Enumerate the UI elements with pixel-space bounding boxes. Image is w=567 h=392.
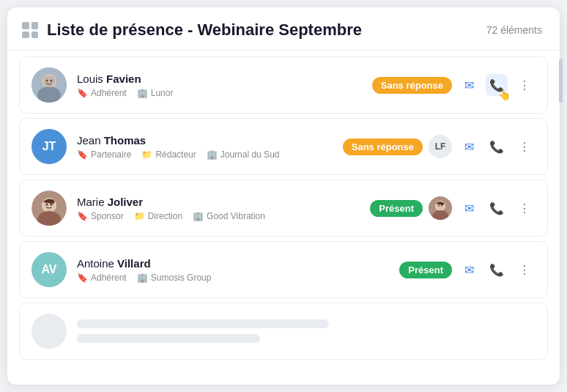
more-button[interactable]: ⋮ [514,197,536,219]
scrollbar-track[interactable] [558,59,560,385]
skeleton-list-item [19,303,548,360]
meta-role: 🔖 Adhérent [77,273,127,283]
contact-name: Antoine Villard [77,257,389,270]
email-button[interactable]: ✉ [458,74,480,96]
meta-category: 📁 Direction [134,211,182,221]
card-info: Marie Joliver 🔖 Sponsor 📁 Direction 🏢 Go… [77,196,360,221]
contact-name: Louis Favien [77,73,362,85]
meta-role: 🔖 Sponsor [77,211,124,221]
element-count: 72 éléments [486,24,542,36]
meta-company: 🏢 Journal du Sud [207,149,280,160]
svg-point-5 [51,80,53,82]
svg-point-11 [51,204,53,206]
email-button[interactable]: ✉ [458,197,480,219]
meta-company: 🏢 Lunor [137,88,174,98]
meta-category: 📁 Rédacteur [141,149,196,160]
bookmark-icon: 🔖 [77,149,88,160]
meta-role: 🔖 Partenaire [77,149,131,160]
avatar: JT [32,129,67,164]
building-icon: 🏢 [137,273,148,283]
meta-role: 🔖 Adhérent [77,88,127,98]
contact-name: Jean Thomas [77,134,333,147]
card-actions: Présent ✉ 📞 ⋮ [370,196,536,220]
phone-button[interactable]: 📞 [486,197,508,219]
meta-company: 🏢 Good Vibration [193,211,265,221]
email-button[interactable]: ✉ [458,136,480,158]
status-badge: Présent [370,200,423,217]
skeleton-line [77,334,260,343]
header-left: Liste de présence - Webinaire Septembre [22,21,362,40]
assignee-avatar-mini [429,196,452,220]
card-actions: Sans réponse ✉ 📞 ⋮ [372,74,536,96]
skeleton-avatar [32,314,67,349]
contact-list: Louis Favien 🔖 Adhérent 🏢 Lunor Sans rép… [7,51,560,366]
bookmark-icon: 🔖 [77,211,88,221]
building-icon: 🏢 [193,211,204,221]
phone-button[interactable]: 📞 [486,259,508,281]
status-badge: Sans réponse [372,77,452,94]
card-meta: 🔖 Sponsor 📁 Direction 🏢 Good Vibration [77,211,360,221]
assignee-avatar: LF [429,135,452,158]
meta-company: 🏢 Sumosis Group [137,273,212,283]
page-header: Liste de présence - Webinaire Septembre … [7,7,560,51]
avatar [32,67,67,103]
svg-point-3 [43,75,55,87]
contact-name: Marie Joliver [77,196,360,208]
list-item: Marie Joliver 🔖 Sponsor 📁 Direction 🏢 Go… [19,180,548,237]
svg-point-4 [46,80,48,82]
skeleton-lines [77,319,536,343]
phone-button[interactable]: 📞 [486,74,508,96]
avatar: AV [32,252,67,287]
phone-button[interactable]: 📞 [486,136,508,158]
bookmark-icon: 🔖 [77,273,88,283]
main-container: Liste de présence - Webinaire Septembre … [7,7,560,385]
status-badge: Sans réponse [343,138,423,155]
email-button[interactable]: ✉ [458,259,480,281]
more-button[interactable]: ⋮ [514,74,536,96]
card-info: Jean Thomas 🔖 Partenaire 📁 Rédacteur 🏢 J… [77,134,333,160]
more-button[interactable]: ⋮ [514,259,536,281]
list-item: JT Jean Thomas 🔖 Partenaire 📁 Rédacteur [19,118,548,175]
scrollbar-thumb[interactable] [559,59,560,103]
svg-point-16 [438,205,440,207]
building-icon: 🏢 [137,88,148,98]
building-icon: 🏢 [207,149,218,160]
card-meta: 🔖 Adhérent 🏢 Lunor [77,88,362,98]
status-badge: Présent [399,262,452,278]
folder-icon: 📁 [134,211,145,221]
card-meta: 🔖 Partenaire 📁 Rédacteur 🏢 Journal du Su… [77,149,333,160]
folder-icon: 📁 [141,149,152,160]
page-title: Liste de présence - Webinaire Septembre [47,21,362,40]
grid-icon [22,22,38,38]
avatar [32,191,67,226]
skeleton-line [77,319,329,328]
more-button[interactable]: ⋮ [514,136,536,158]
card-meta: 🔖 Adhérent 🏢 Sumosis Group [77,273,389,283]
svg-point-10 [46,204,48,206]
card-actions: Présent ✉ 📞 ⋮ [399,259,536,281]
list-item: Louis Favien 🔖 Adhérent 🏢 Lunor Sans rép… [19,56,548,114]
svg-point-17 [441,205,442,207]
card-info: Antoine Villard 🔖 Adhérent 🏢 Sumosis Gro… [77,257,389,283]
list-item: AV Antoine Villard 🔖 Adhérent 🏢 Sumosis … [19,241,548,298]
card-actions: Sans réponse LF ✉ 📞 ⋮ [343,135,536,158]
card-info: Louis Favien 🔖 Adhérent 🏢 Lunor [77,73,362,98]
bookmark-icon: 🔖 [77,88,88,98]
